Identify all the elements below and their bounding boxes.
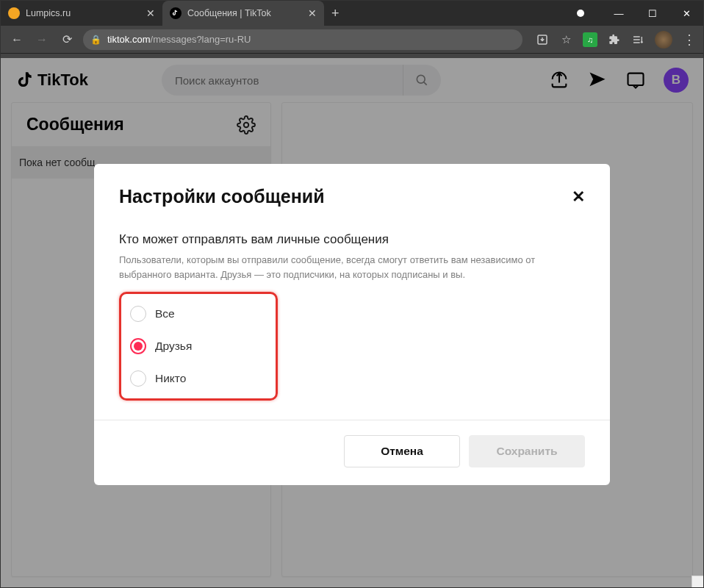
minimize-button[interactable]: — (602, 1, 636, 26)
favicon-tiktok (170, 7, 182, 19)
address-bar[interactable]: 🔒 tiktok.com/messages?lang=ru-RU (83, 29, 522, 50)
radio-option-all[interactable]: Все (130, 306, 267, 322)
modal-description: Пользователи, которым вы отправили сообщ… (119, 253, 585, 282)
browser-menu-button[interactable]: ⋮ (683, 32, 696, 48)
modal-subtitle: Кто может отправлять вам личные сообщени… (119, 232, 585, 247)
radio-icon (130, 370, 146, 387)
install-icon[interactable] (536, 33, 549, 46)
browser-tab-lumpics[interactable]: Lumpics.ru ✕ (1, 1, 162, 26)
radio-label: Никто (155, 372, 186, 385)
tab-title: Сообщения | TikTok (187, 8, 302, 18)
window-controls: — ☐ ✕ (577, 1, 703, 26)
radio-option-friends[interactable]: Друзья (130, 338, 267, 354)
radio-label: Друзья (155, 340, 192, 353)
modal-header: Настройки сообщений ✕ (119, 186, 585, 207)
back-button[interactable]: ← (8, 31, 26, 49)
page-viewport: TikTok В Сообщения Пока нет (1, 58, 703, 587)
star-icon[interactable]: ☆ (559, 33, 572, 46)
url-text: tiktok.com/messages?lang=ru-RU (107, 34, 251, 45)
tab-title: Lumpics.ru (26, 8, 140, 18)
status-dot-icon (577, 10, 584, 17)
divider (94, 420, 610, 420)
save-button: Сохранить (469, 435, 585, 467)
reading-list-icon[interactable] (631, 33, 644, 46)
browser-navbar: ← → ⟳ 🔒 tiktok.com/messages?lang=ru-RU ☆… (1, 26, 703, 54)
radio-option-nobody[interactable]: Никто (130, 370, 267, 387)
maximize-button[interactable]: ☐ (636, 1, 669, 26)
modal-actions: Отмена Сохранить (119, 435, 585, 467)
radio-icon (130, 306, 146, 322)
close-icon[interactable]: ✕ (146, 7, 155, 19)
extension-music-icon[interactable]: ♫ (583, 32, 597, 47)
favicon-lumpics (8, 7, 20, 19)
scroll-corner (692, 576, 703, 587)
forward-button: → (33, 31, 51, 49)
window-titlebar: Lumpics.ru ✕ Сообщения | TikTok ✕ + — ☐ … (1, 1, 703, 26)
radio-icon (130, 338, 146, 354)
modal-close-button[interactable]: ✕ (572, 187, 585, 207)
navbar-actions: ☆ ♫ ⋮ (536, 31, 696, 49)
close-window-button[interactable]: ✕ (669, 1, 703, 26)
lock-icon: 🔒 (90, 35, 101, 45)
extensions-icon[interactable] (608, 33, 621, 46)
close-icon[interactable]: ✕ (308, 7, 317, 19)
new-tab-button[interactable]: + (324, 1, 347, 26)
privacy-radio-group: Все Друзья Никто (119, 292, 278, 401)
settings-modal: Настройки сообщений ✕ Кто может отправля… (94, 164, 610, 485)
reload-button[interactable]: ⟳ (58, 31, 76, 49)
tab-strip: Lumpics.ru ✕ Сообщения | TikTok ✕ + (1, 1, 577, 26)
radio-label: Все (155, 307, 175, 320)
cancel-button[interactable]: Отмена (344, 435, 460, 467)
modal-title: Настройки сообщений (119, 186, 325, 207)
modal-overlay[interactable]: Настройки сообщений ✕ Кто может отправля… (1, 58, 703, 587)
profile-avatar[interactable] (655, 31, 672, 49)
browser-tab-tiktok[interactable]: Сообщения | TikTok ✕ (162, 1, 324, 26)
